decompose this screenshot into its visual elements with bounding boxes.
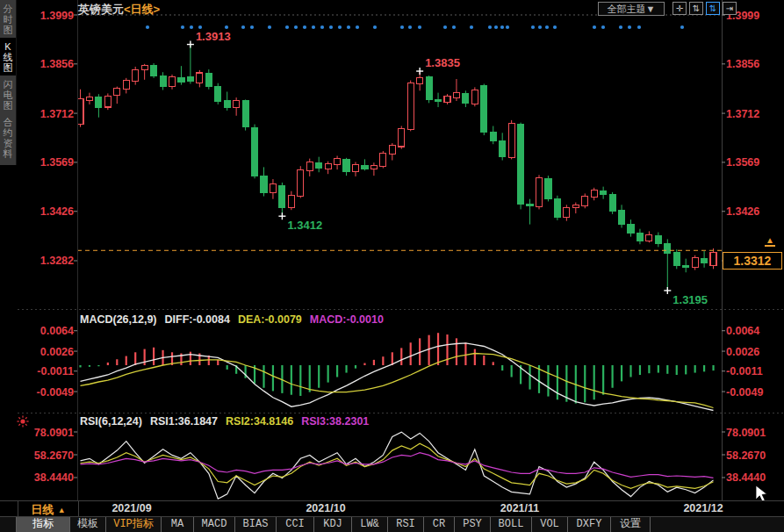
period-dropdown[interactable]: 日线 ▲: [18, 501, 79, 517]
candle-body: [564, 207, 570, 218]
indicator-tab-PSY[interactable]: PSY: [455, 517, 491, 532]
macd-dea-value: DEA:-0.0079: [238, 313, 302, 326]
pan-right-icon[interactable]: ⇥: [723, 2, 737, 15]
candle-body: [114, 89, 120, 96]
axis-label: 0.0064: [726, 325, 759, 337]
axis-zoom-active-icon[interactable]: ⇅: [706, 2, 720, 15]
signal-dot: [680, 25, 684, 29]
indicator-tab-CCI[interactable]: CCI: [277, 517, 314, 532]
rsi2-line: [81, 443, 714, 488]
candle-body: [279, 186, 285, 207]
candle-body: [444, 97, 450, 103]
indicator-tab-KDJ[interactable]: KDJ: [314, 517, 352, 532]
axis-label: -0.0011: [726, 365, 763, 377]
trading-app-window: 1.39131.38351.34121.31951.39991.39991.38…: [0, 0, 784, 532]
candle-body: [701, 259, 708, 263]
candle-body: [453, 93, 459, 97]
macd-params-label: MACD(26,12,9): [80, 313, 157, 326]
signal-dot: [408, 25, 412, 29]
indicator-tab-VIP指标[interactable]: VIP指标: [106, 517, 162, 532]
candle-body: [133, 69, 139, 82]
indicator-tab-BIAS[interactable]: BIAS: [235, 517, 277, 532]
rsi-indicator-header: RSI(6,12,24)RSI1:36.1847RSI2:34.8146RSI3…: [80, 415, 369, 428]
axis-zoom-icon[interactable]: ⇅: [689, 2, 703, 15]
candle-body: [104, 97, 111, 107]
axis-label: 58.2670: [726, 449, 766, 462]
candle-body: [655, 235, 661, 243]
candle-body: [252, 127, 258, 176]
indicator-tab-CR[interactable]: CR: [424, 517, 455, 532]
indicator-tab-RSI[interactable]: RSI: [388, 517, 424, 532]
sidebar-item-1[interactable]: K线图: [0, 38, 16, 75]
indicator-tab-BOLL[interactable]: BOLL: [491, 517, 532, 532]
candle-body: [362, 165, 368, 169]
candle-body: [151, 65, 157, 75]
candle-body: [123, 81, 129, 90]
candle-body: [234, 100, 240, 108]
axis-label: 1.3856: [40, 58, 74, 70]
candle-body: [527, 204, 533, 205]
macd-indicator-header: MACD(26,12,9)DIFF:-0.0084DEA:-0.0079MACD…: [80, 313, 384, 326]
extreme-price-label: 1.3835: [425, 56, 460, 69]
candle-body: [545, 178, 551, 198]
indicator-tab-设置[interactable]: 设置: [611, 517, 651, 532]
candle-body: [160, 76, 166, 87]
candle-body: [215, 87, 221, 101]
candle-body: [665, 243, 671, 253]
candle-body: [500, 140, 506, 156]
candle-body: [490, 132, 496, 140]
signal-dot: [268, 25, 271, 29]
signal-dot: [373, 25, 377, 29]
x-axis-date-label: 2021/09: [97, 501, 167, 517]
indicator-tab-DXFY[interactable]: DXFY: [568, 517, 611, 532]
candle-body: [205, 74, 212, 87]
candle-body: [334, 159, 341, 165]
candle-body: [417, 78, 423, 84]
rsi2-value: RSI2:34.8146: [226, 415, 293, 428]
candle-body: [316, 162, 322, 168]
candle-body: [141, 65, 147, 69]
signal-dot: [285, 25, 289, 29]
axis-label: 0.0026: [40, 346, 74, 358]
extreme-price-label: 1.3913: [196, 30, 231, 43]
candle-body: [370, 165, 377, 169]
candle-body: [628, 225, 634, 234]
sidebar-item-0[interactable]: 分时图: [0, 0, 16, 38]
axis-label: 1.3856: [726, 58, 759, 70]
indicator-tab-模板[interactable]: 模板: [70, 517, 106, 532]
move-crosshair-icon[interactable]: ✛: [673, 2, 687, 15]
theme-selector-button[interactable]: 全部主题▼: [598, 2, 665, 16]
chart-canvas: 1.39131.38351.34121.31951.39991.39991.38…: [0, 0, 784, 532]
period-arrow-icon: ▲: [58, 506, 66, 514]
sidebar-item-label: 合约资料: [3, 117, 14, 159]
candle-body: [572, 205, 579, 208]
sidebar-item-3[interactable]: 合约资料: [0, 113, 16, 162]
signal-dot: [601, 25, 605, 29]
x-axis-date-label: 2021/12: [668, 501, 738, 517]
indicator-tab-指标[interactable]: 指标: [17, 517, 70, 532]
sidebar-item-2[interactable]: 闪电图: [0, 75, 16, 113]
indicator-tab-LW&[interactable]: LW&: [352, 517, 388, 532]
axis-label: 1.3426: [726, 205, 759, 218]
x-axis-date-row: 日线 ▲ 2021/092021/102021/112021/12: [0, 500, 784, 517]
signal-dot: [198, 25, 202, 29]
sidebar-item-label: 分时图: [3, 4, 14, 35]
indicator-tab-VOL[interactable]: VOL: [532, 517, 568, 532]
candle-body: [601, 191, 607, 194]
axis-label: 1.3282: [40, 255, 74, 267]
rsi-alert-icon[interactable]: [17, 415, 28, 427]
candle-body: [380, 154, 386, 166]
signal-dot: [356, 25, 359, 29]
toolbar-filler: [651, 517, 784, 532]
signal-dot: [400, 25, 404, 29]
mouse-cursor: [756, 485, 767, 501]
axis-label: 78.0901: [34, 427, 74, 439]
candle-body: [619, 211, 625, 225]
candle-body: [77, 98, 83, 124]
signal-dot: [347, 25, 350, 29]
candle-body: [187, 77, 193, 82]
indicator-tab-MACD[interactable]: MACD: [194, 517, 235, 532]
candle-body: [86, 97, 92, 100]
indicator-toolbar: 指标模板VIP指标MAMACDBIASCCIKDJLW&RSICRPSYBOLL…: [0, 516, 784, 532]
indicator-tab-MA[interactable]: MA: [162, 517, 194, 532]
